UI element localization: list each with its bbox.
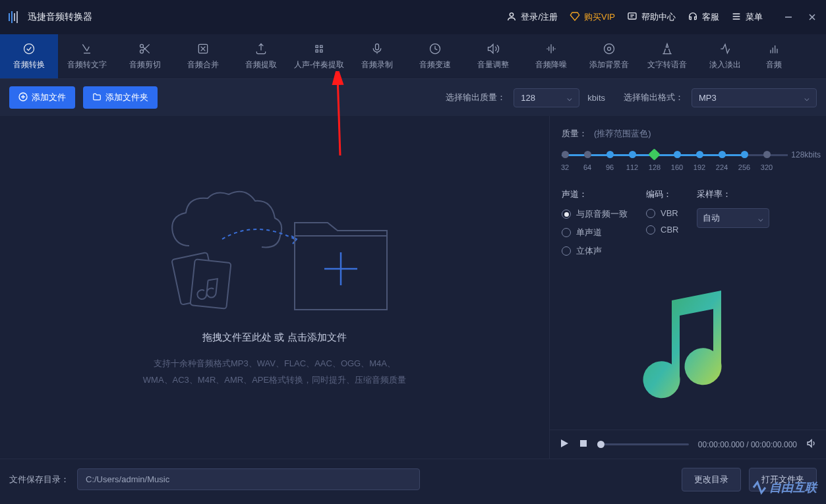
svg-point-4 [510, 13, 514, 16]
diamond-icon [570, 11, 580, 24]
settings-panel: 质量： (推荐范围蓝色) 32 64 96 112 128 [550, 116, 826, 264]
channel-opt-stereo[interactable]: 立体声 [562, 245, 628, 257]
change-dir-button[interactable]: 更改目录 [682, 468, 741, 491]
add-file-button[interactable]: 添加文件 [9, 86, 75, 109]
tab-label: 音量调整 [477, 59, 509, 70]
mic-icon [370, 42, 384, 55]
drop-hint-line2: WMA、AC3、M4R、AMR、APE格式转换，同时提升、压缩音频质量 [143, 372, 406, 389]
tick: 160 [671, 163, 683, 171]
format-value: MP3 [699, 93, 717, 103]
service-label: 客服 [702, 11, 719, 23]
time-display: 00:00:00.000 / 00:00:00.000 [698, 440, 797, 449]
slider-dot [562, 151, 569, 158]
channel-opt-same[interactable]: 与原音频一致 [562, 208, 628, 220]
tab-label: 音频转换 [13, 59, 45, 70]
tab-volume-adjust[interactable]: 音量调整 [464, 34, 522, 78]
save-path-input[interactable]: C:/Users/admin/Music [77, 468, 420, 490]
encoding-opt-vbr[interactable]: VBR [646, 208, 678, 218]
slider-dot [674, 151, 681, 158]
svg-rect-1 [11, 11, 13, 23]
add-folder-button[interactable]: 添加文件夹 [83, 86, 158, 109]
tab-label: 音频录制 [361, 59, 393, 70]
tab-audio-merge[interactable]: 音频合并 [174, 34, 232, 78]
tab-audio-speed[interactable]: 音频变速 [406, 34, 464, 78]
music-note-icon [635, 291, 741, 403]
svg-point-14 [608, 47, 611, 51]
chat-icon [627, 11, 637, 24]
chevron-down-icon: ⌵ [758, 213, 763, 223]
channel-opt-mono[interactable]: 单声道 [562, 227, 628, 238]
app-title: 迅捷音频转换器 [28, 11, 92, 23]
tab-label: 人声-伴奏提取 [294, 59, 344, 70]
svg-point-13 [605, 44, 614, 54]
format-select[interactable]: MP3 ⌵ [692, 88, 817, 107]
drop-zone[interactable]: 拖拽文件至此处 或 点击添加文件 支持十余种音频格式MP3、WAV、FLAC、A… [0, 116, 549, 459]
menu-button[interactable]: 菜单 [731, 11, 763, 24]
volume-icon[interactable] [806, 438, 817, 451]
vip-label: 购买VIP [584, 11, 615, 23]
slider-dot [741, 151, 748, 158]
encoding-column: 编码： VBR CBR [646, 188, 678, 257]
drop-title: 拖拽文件至此处 或 点击添加文件 [202, 331, 346, 344]
play-button[interactable] [559, 438, 570, 451]
quality-select[interactable]: 128 ⌵ [514, 88, 579, 107]
progress-knob[interactable] [597, 441, 605, 448]
slider-readout: 128kbits [791, 150, 821, 159]
chevron-down-icon: ⌵ [804, 93, 810, 103]
progress-bar[interactable] [597, 443, 689, 445]
tick: 32 [561, 163, 569, 171]
tick: 256 [738, 163, 750, 171]
main-area: 拖拽文件至此处 或 点击添加文件 支持十余种音频格式MP3、WAV、FLAC、A… [0, 116, 826, 459]
tab-fade[interactable]: 淡入淡出 [696, 34, 754, 78]
titlebar-right: 登录/注册 购买VIP 帮助中心 客服 菜单 [506, 10, 819, 24]
tick: 192 [693, 163, 705, 171]
help-button[interactable]: 帮助中心 [627, 11, 676, 24]
opt-label: VBR [661, 208, 678, 218]
convert-icon [22, 42, 36, 55]
service-button[interactable]: 客服 [688, 11, 719, 24]
quality-slider[interactable]: 32 64 96 112 128 160 192 224 256 320 128… [562, 149, 814, 175]
tab-audio-cut[interactable]: 音频剪切 [116, 34, 174, 78]
svg-rect-5 [628, 13, 636, 18]
tab-more[interactable]: 音频 [754, 34, 794, 78]
encoding-label: 编码： [646, 188, 678, 200]
plus-icon [18, 92, 28, 103]
slider-knob[interactable] [648, 148, 660, 160]
vip-button[interactable]: 购买VIP [570, 11, 615, 24]
tab-audio-convert[interactable]: 音频转换 [0, 34, 58, 78]
tab-add-bgm[interactable]: 添加背景音 [580, 34, 638, 78]
svg-rect-11 [376, 44, 379, 50]
svg-rect-0 [9, 13, 10, 21]
sample-column: 采样率： 自动 ⌵ [697, 188, 769, 257]
tab-tts[interactable]: 文字转语音 [638, 34, 696, 78]
svg-rect-18 [580, 440, 587, 447]
toolbar-right: 选择输出质量： 128 ⌵ kbits 选择输出格式： MP3 ⌵ [446, 88, 817, 107]
radio-icon [562, 228, 571, 237]
tick: 96 [606, 163, 614, 171]
minimize-button[interactable] [781, 10, 796, 24]
tab-label: 添加背景音 [589, 59, 629, 70]
close-button[interactable] [805, 10, 819, 24]
tab-audio-to-text[interactable]: 音频转文字 [58, 34, 116, 78]
svg-point-9 [140, 50, 144, 53]
stop-button[interactable] [579, 439, 588, 450]
svg-rect-3 [16, 11, 18, 23]
login-label: 登录/注册 [521, 11, 558, 23]
tab-audio-extract[interactable]: 音频提取 [232, 34, 290, 78]
channel-label: 声道： [562, 188, 628, 200]
encoding-opt-cbr[interactable]: CBR [646, 225, 678, 235]
tab-audio-record[interactable]: 音频录制 [348, 34, 406, 78]
tab-label: 音频合并 [187, 59, 219, 70]
drop-illustration [136, 186, 413, 318]
tick: 64 [583, 163, 591, 171]
tab-label: 音频 [766, 59, 782, 70]
tab-noise-reduce[interactable]: 音频降噪 [522, 34, 580, 78]
slider-dot [763, 151, 771, 158]
login-button[interactable]: 登录/注册 [506, 11, 558, 24]
headset-icon [688, 11, 698, 24]
speed-icon [428, 42, 442, 55]
chevron-down-icon: ⌵ [567, 93, 572, 103]
sample-select[interactable]: 自动 ⌵ [697, 208, 769, 228]
vocal-icon [312, 42, 326, 55]
tab-vocal-extract[interactable]: 人声-伴奏提取 [290, 34, 348, 78]
